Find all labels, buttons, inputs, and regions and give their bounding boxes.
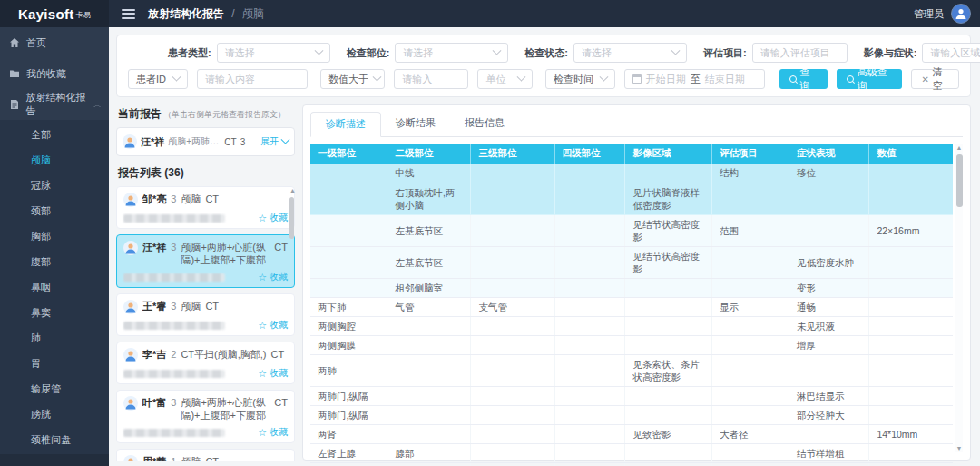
table-cell[interactable] (625, 405, 712, 424)
table-cell[interactable] (310, 246, 387, 278)
table-cell[interactable]: 范围 (711, 214, 789, 246)
image-symptom-input[interactable]: 请输入区域影像或症状表现 (922, 43, 980, 63)
table-cell[interactable] (310, 164, 387, 183)
table-cell[interactable] (554, 405, 625, 424)
table-row[interactable]: 两侧胸膜增厚 (310, 335, 953, 354)
table-cell[interactable]: 未见积液 (789, 316, 869, 335)
table-cell[interactable] (471, 183, 554, 214)
table-cell[interactable] (554, 278, 625, 297)
table-cell[interactable]: 气管 (387, 297, 471, 316)
table-cell[interactable] (789, 424, 869, 443)
table-cell[interactable] (711, 443, 789, 462)
report-list-item[interactable]: 周*慧 1 颅脑 CT ☆ 收藏 (116, 449, 295, 461)
table-cell[interactable] (554, 164, 625, 183)
table-cell[interactable] (471, 335, 554, 354)
report-list-item[interactable]: 王*睿 3 颅脑 CT ☆ 收藏 (116, 293, 295, 336)
table-cell[interactable] (711, 183, 789, 214)
table-cell[interactable] (869, 354, 953, 386)
exam-part-select[interactable]: 请选择 (395, 43, 508, 63)
tab-报告信息[interactable]: 报告信息 (450, 112, 519, 137)
expand-toggle[interactable]: 展开 (260, 135, 289, 148)
table-cell[interactable]: 左基底节区 (387, 246, 471, 278)
table-cell[interactable]: 部分轻肿大 (789, 405, 869, 424)
patient-id-input[interactable]: 请输入内容 (197, 69, 308, 89)
table-cell[interactable]: 两侧胸腔 (310, 316, 387, 335)
table-cell[interactable]: 左肾上腺 (310, 443, 387, 462)
sidebar-item-structured-report[interactable]: 放射结构化报告 ︿ (0, 89, 109, 120)
table-cell[interactable] (789, 214, 869, 246)
favorite-button[interactable]: ☆ 收藏 (258, 319, 288, 332)
favorite-button[interactable]: ☆ 收藏 (258, 367, 288, 380)
table-cell[interactable]: 显示 (711, 297, 789, 316)
table-cell[interactable] (471, 246, 554, 278)
table-cell[interactable] (711, 316, 789, 335)
table-cell[interactable] (554, 246, 625, 278)
table-cell[interactable] (625, 316, 712, 335)
table-scrollbar[interactable]: ▲ ▼ (955, 144, 963, 452)
user-avatar[interactable] (951, 4, 971, 24)
table-cell[interactable]: 相邻侧脑室 (387, 278, 471, 297)
table-cell[interactable] (789, 183, 869, 214)
table-cell[interactable] (471, 462, 554, 466)
table-row[interactable]: 两肾见致密影大者径14*10mm (310, 424, 953, 443)
unit-select[interactable]: 单位 (477, 69, 533, 89)
sidebar-submenu-item[interactable]: 输尿管 (0, 376, 109, 402)
time-type-select[interactable]: 检查时间 (545, 69, 615, 89)
sidebar-submenu-item[interactable]: 颅脑 (0, 147, 109, 173)
table-row[interactable]: 两肺门,纵隔淋巴结显示 (310, 386, 953, 405)
table-row[interactable]: 两肺见条索状、条片状高密度影 (310, 354, 953, 386)
table-cell[interactable] (625, 335, 712, 354)
favorite-button[interactable]: ☆ 收藏 (258, 212, 288, 224)
sidebar-submenu-item[interactable]: 全部 (0, 122, 109, 147)
table-row[interactable]: 左基底节区见结节状高密度影见低密度水肿 (310, 246, 953, 278)
table-cell[interactable] (869, 386, 953, 405)
sidebar-submenu-item[interactable]: 肺 (0, 325, 109, 351)
current-report-card[interactable]: 汪*祥 颅脑+两肺+心... CT 3 展开 (116, 127, 295, 156)
sidebar-submenu-item[interactable]: 胃 (0, 351, 109, 376)
table-cell[interactable] (554, 335, 625, 354)
table-cell[interactable] (471, 405, 554, 424)
sidebar-submenu-item[interactable]: 颈部 (0, 198, 109, 223)
table-cell[interactable]: 14*10mm (869, 424, 953, 443)
table-cell[interactable]: 见结节状高密度影 (625, 246, 712, 278)
table-cell[interactable]: 两肾 (310, 424, 387, 443)
table-row[interactable]: 相邻侧脑室变形 (310, 278, 953, 297)
table-cell[interactable]: 见条索状、条片状高密度影 (625, 354, 712, 386)
scroll-down-icon[interactable]: ▼ (956, 444, 963, 452)
table-cell[interactable] (711, 335, 789, 354)
list-scrollbar[interactable]: ▲ (289, 188, 295, 461)
scrollbar-thumb[interactable] (289, 197, 294, 239)
sidebar-submenu-item[interactable]: 鼻窦 (0, 300, 109, 325)
user-name[interactable]: 管理员 (914, 7, 944, 21)
favorite-button[interactable]: ☆ 收藏 (258, 426, 288, 439)
table-cell[interactable] (711, 354, 789, 386)
table-cell[interactable]: 变形 (789, 278, 869, 297)
eval-item-input[interactable]: 请输入评估项目 (752, 43, 848, 63)
table-cell[interactable] (310, 214, 387, 246)
table-cell[interactable]: 淋巴结显示 (789, 386, 869, 405)
table-cell[interactable] (711, 386, 789, 405)
table-cell[interactable] (625, 297, 712, 316)
table-cell[interactable]: 腺部 (387, 443, 471, 462)
table-cell[interactable]: 支气管 (471, 297, 554, 316)
table-cell[interactable] (554, 386, 625, 405)
table-cell[interactable] (387, 462, 471, 466)
report-list-item[interactable]: 李*吉 2 CT平扫(颅脑,胸部,) CT ☆ 收藏 (116, 342, 295, 384)
table-cell[interactable] (625, 386, 712, 405)
table-cell[interactable] (711, 405, 789, 424)
breadcrumb-root[interactable]: 放射结构化报告 (148, 7, 224, 20)
table-cell[interactable] (869, 278, 953, 297)
table-cell[interactable] (471, 443, 554, 462)
table-cell[interactable] (471, 164, 554, 183)
table-cell[interactable]: 两肺门,纵隔 (310, 386, 387, 405)
table-cell[interactable]: 两肺 (310, 354, 387, 386)
search-button[interactable]: 查询 (779, 69, 828, 89)
table-cell[interactable]: 见片状脑脊液样低密度影 (625, 183, 712, 214)
table-cell[interactable] (471, 386, 554, 405)
favorite-button[interactable]: ☆ 收藏 (258, 271, 288, 283)
hamburger-menu-icon[interactable] (122, 9, 135, 19)
table-cell[interactable] (387, 386, 471, 405)
table-cell[interactable] (869, 183, 953, 214)
table-cell[interactable]: 见结节状高密度影 (625, 214, 712, 246)
table-cell[interactable]: 两侧胸膜 (310, 335, 387, 354)
